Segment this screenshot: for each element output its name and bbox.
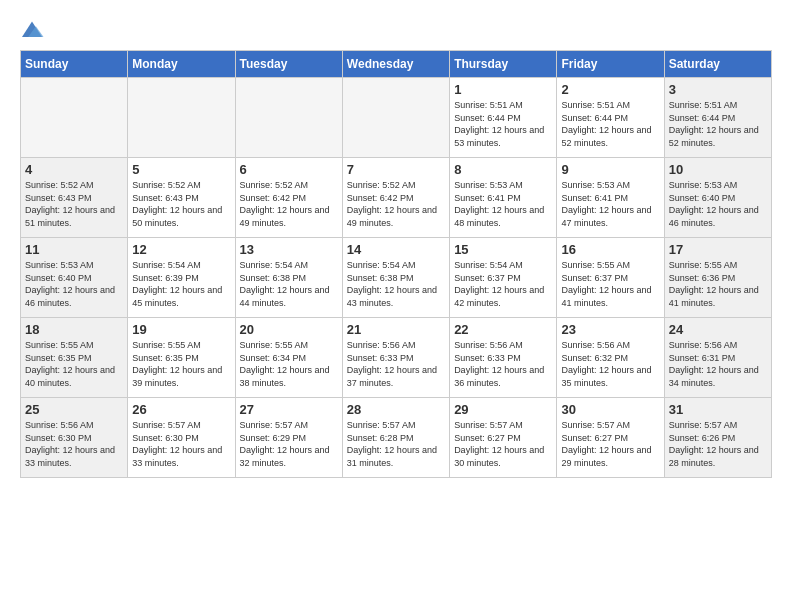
weekday-header-friday: Friday bbox=[557, 51, 664, 78]
week-row-0: 1Sunrise: 5:51 AMSunset: 6:44 PMDaylight… bbox=[21, 78, 772, 158]
day-info: Sunrise: 5:56 AMSunset: 6:33 PMDaylight:… bbox=[347, 339, 445, 389]
calendar-cell: 6Sunrise: 5:52 AMSunset: 6:42 PMDaylight… bbox=[235, 158, 342, 238]
calendar-cell: 30Sunrise: 5:57 AMSunset: 6:27 PMDayligh… bbox=[557, 398, 664, 478]
calendar-cell: 16Sunrise: 5:55 AMSunset: 6:37 PMDayligh… bbox=[557, 238, 664, 318]
calendar-cell bbox=[128, 78, 235, 158]
calendar-cell: 8Sunrise: 5:53 AMSunset: 6:41 PMDaylight… bbox=[450, 158, 557, 238]
day-info: Sunrise: 5:56 AMSunset: 6:32 PMDaylight:… bbox=[561, 339, 659, 389]
logo-icon bbox=[20, 20, 44, 40]
calendar-cell: 9Sunrise: 5:53 AMSunset: 6:41 PMDaylight… bbox=[557, 158, 664, 238]
calendar-cell: 23Sunrise: 5:56 AMSunset: 6:32 PMDayligh… bbox=[557, 318, 664, 398]
calendar-cell: 4Sunrise: 5:52 AMSunset: 6:43 PMDaylight… bbox=[21, 158, 128, 238]
calendar-cell: 21Sunrise: 5:56 AMSunset: 6:33 PMDayligh… bbox=[342, 318, 449, 398]
day-number: 9 bbox=[561, 162, 659, 177]
calendar-cell: 5Sunrise: 5:52 AMSunset: 6:43 PMDaylight… bbox=[128, 158, 235, 238]
calendar-cell bbox=[235, 78, 342, 158]
calendar-cell: 19Sunrise: 5:55 AMSunset: 6:35 PMDayligh… bbox=[128, 318, 235, 398]
week-row-1: 4Sunrise: 5:52 AMSunset: 6:43 PMDaylight… bbox=[21, 158, 772, 238]
day-number: 28 bbox=[347, 402, 445, 417]
day-info: Sunrise: 5:57 AMSunset: 6:27 PMDaylight:… bbox=[561, 419, 659, 469]
weekday-header-thursday: Thursday bbox=[450, 51, 557, 78]
calendar-cell: 18Sunrise: 5:55 AMSunset: 6:35 PMDayligh… bbox=[21, 318, 128, 398]
weekday-header-monday: Monday bbox=[128, 51, 235, 78]
weekday-header-saturday: Saturday bbox=[664, 51, 771, 78]
day-info: Sunrise: 5:53 AMSunset: 6:41 PMDaylight:… bbox=[454, 179, 552, 229]
day-number: 18 bbox=[25, 322, 123, 337]
week-row-3: 18Sunrise: 5:55 AMSunset: 6:35 PMDayligh… bbox=[21, 318, 772, 398]
day-info: Sunrise: 5:52 AMSunset: 6:42 PMDaylight:… bbox=[240, 179, 338, 229]
day-number: 25 bbox=[25, 402, 123, 417]
day-number: 11 bbox=[25, 242, 123, 257]
weekday-header-wednesday: Wednesday bbox=[342, 51, 449, 78]
day-number: 21 bbox=[347, 322, 445, 337]
calendar-cell: 20Sunrise: 5:55 AMSunset: 6:34 PMDayligh… bbox=[235, 318, 342, 398]
day-info: Sunrise: 5:55 AMSunset: 6:37 PMDaylight:… bbox=[561, 259, 659, 309]
day-info: Sunrise: 5:51 AMSunset: 6:44 PMDaylight:… bbox=[561, 99, 659, 149]
calendar-cell: 28Sunrise: 5:57 AMSunset: 6:28 PMDayligh… bbox=[342, 398, 449, 478]
day-number: 30 bbox=[561, 402, 659, 417]
day-info: Sunrise: 5:53 AMSunset: 6:40 PMDaylight:… bbox=[25, 259, 123, 309]
weekday-header-row: SundayMondayTuesdayWednesdayThursdayFrid… bbox=[21, 51, 772, 78]
day-info: Sunrise: 5:51 AMSunset: 6:44 PMDaylight:… bbox=[454, 99, 552, 149]
calendar-cell: 15Sunrise: 5:54 AMSunset: 6:37 PMDayligh… bbox=[450, 238, 557, 318]
day-info: Sunrise: 5:54 AMSunset: 6:39 PMDaylight:… bbox=[132, 259, 230, 309]
day-info: Sunrise: 5:52 AMSunset: 6:42 PMDaylight:… bbox=[347, 179, 445, 229]
day-info: Sunrise: 5:57 AMSunset: 6:30 PMDaylight:… bbox=[132, 419, 230, 469]
day-number: 6 bbox=[240, 162, 338, 177]
calendar-cell bbox=[342, 78, 449, 158]
day-info: Sunrise: 5:56 AMSunset: 6:33 PMDaylight:… bbox=[454, 339, 552, 389]
day-info: Sunrise: 5:57 AMSunset: 6:29 PMDaylight:… bbox=[240, 419, 338, 469]
day-number: 12 bbox=[132, 242, 230, 257]
calendar-cell: 2Sunrise: 5:51 AMSunset: 6:44 PMDaylight… bbox=[557, 78, 664, 158]
day-number: 26 bbox=[132, 402, 230, 417]
day-number: 24 bbox=[669, 322, 767, 337]
day-info: Sunrise: 5:56 AMSunset: 6:30 PMDaylight:… bbox=[25, 419, 123, 469]
day-number: 1 bbox=[454, 82, 552, 97]
day-number: 4 bbox=[25, 162, 123, 177]
logo bbox=[20, 20, 48, 40]
day-number: 3 bbox=[669, 82, 767, 97]
calendar-cell: 26Sunrise: 5:57 AMSunset: 6:30 PMDayligh… bbox=[128, 398, 235, 478]
calendar-cell: 13Sunrise: 5:54 AMSunset: 6:38 PMDayligh… bbox=[235, 238, 342, 318]
day-number: 17 bbox=[669, 242, 767, 257]
day-info: Sunrise: 5:52 AMSunset: 6:43 PMDaylight:… bbox=[25, 179, 123, 229]
day-info: Sunrise: 5:57 AMSunset: 6:28 PMDaylight:… bbox=[347, 419, 445, 469]
calendar-cell: 7Sunrise: 5:52 AMSunset: 6:42 PMDaylight… bbox=[342, 158, 449, 238]
day-info: Sunrise: 5:54 AMSunset: 6:37 PMDaylight:… bbox=[454, 259, 552, 309]
calendar-cell: 25Sunrise: 5:56 AMSunset: 6:30 PMDayligh… bbox=[21, 398, 128, 478]
calendar-cell: 14Sunrise: 5:54 AMSunset: 6:38 PMDayligh… bbox=[342, 238, 449, 318]
day-info: Sunrise: 5:54 AMSunset: 6:38 PMDaylight:… bbox=[240, 259, 338, 309]
calendar-cell: 3Sunrise: 5:51 AMSunset: 6:44 PMDaylight… bbox=[664, 78, 771, 158]
calendar-cell: 29Sunrise: 5:57 AMSunset: 6:27 PMDayligh… bbox=[450, 398, 557, 478]
day-info: Sunrise: 5:56 AMSunset: 6:31 PMDaylight:… bbox=[669, 339, 767, 389]
calendar-cell: 22Sunrise: 5:56 AMSunset: 6:33 PMDayligh… bbox=[450, 318, 557, 398]
calendar-cell: 27Sunrise: 5:57 AMSunset: 6:29 PMDayligh… bbox=[235, 398, 342, 478]
calendar-cell: 11Sunrise: 5:53 AMSunset: 6:40 PMDayligh… bbox=[21, 238, 128, 318]
day-info: Sunrise: 5:54 AMSunset: 6:38 PMDaylight:… bbox=[347, 259, 445, 309]
week-row-4: 25Sunrise: 5:56 AMSunset: 6:30 PMDayligh… bbox=[21, 398, 772, 478]
day-number: 29 bbox=[454, 402, 552, 417]
calendar-cell: 12Sunrise: 5:54 AMSunset: 6:39 PMDayligh… bbox=[128, 238, 235, 318]
weekday-header-tuesday: Tuesday bbox=[235, 51, 342, 78]
day-number: 5 bbox=[132, 162, 230, 177]
day-info: Sunrise: 5:55 AMSunset: 6:34 PMDaylight:… bbox=[240, 339, 338, 389]
day-number: 23 bbox=[561, 322, 659, 337]
day-number: 8 bbox=[454, 162, 552, 177]
day-info: Sunrise: 5:55 AMSunset: 6:35 PMDaylight:… bbox=[132, 339, 230, 389]
day-number: 15 bbox=[454, 242, 552, 257]
calendar-cell: 31Sunrise: 5:57 AMSunset: 6:26 PMDayligh… bbox=[664, 398, 771, 478]
day-number: 14 bbox=[347, 242, 445, 257]
day-number: 27 bbox=[240, 402, 338, 417]
day-info: Sunrise: 5:55 AMSunset: 6:36 PMDaylight:… bbox=[669, 259, 767, 309]
day-number: 22 bbox=[454, 322, 552, 337]
day-info: Sunrise: 5:57 AMSunset: 6:26 PMDaylight:… bbox=[669, 419, 767, 469]
page-header bbox=[20, 20, 772, 40]
day-number: 19 bbox=[132, 322, 230, 337]
weekday-header-sunday: Sunday bbox=[21, 51, 128, 78]
calendar-cell: 1Sunrise: 5:51 AMSunset: 6:44 PMDaylight… bbox=[450, 78, 557, 158]
day-number: 10 bbox=[669, 162, 767, 177]
week-row-2: 11Sunrise: 5:53 AMSunset: 6:40 PMDayligh… bbox=[21, 238, 772, 318]
calendar-cell: 24Sunrise: 5:56 AMSunset: 6:31 PMDayligh… bbox=[664, 318, 771, 398]
day-info: Sunrise: 5:55 AMSunset: 6:35 PMDaylight:… bbox=[25, 339, 123, 389]
day-number: 31 bbox=[669, 402, 767, 417]
